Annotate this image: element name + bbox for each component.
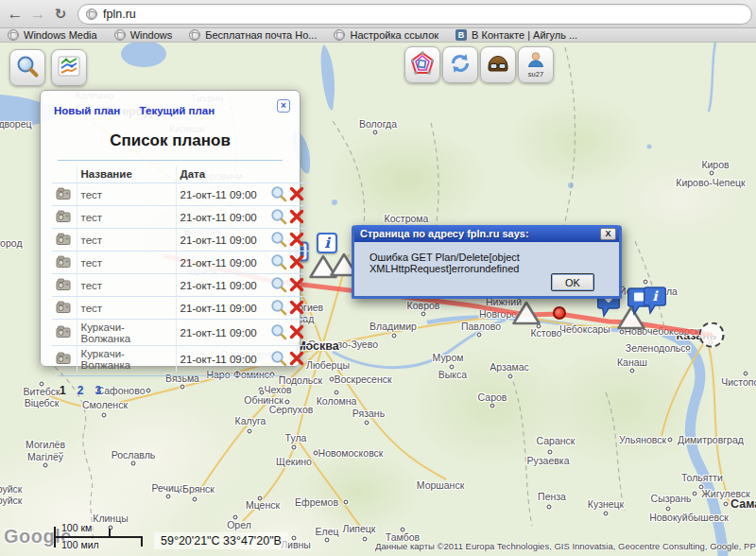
plan-row: Куркачи-Волжанка21-окт-11 09:00	[52, 320, 309, 346]
plan-date: 21-окт-11 09:00	[176, 183, 266, 206]
plan-name: тест	[77, 183, 176, 206]
plan-type-icon	[52, 229, 77, 252]
view-plan-magnifier-icon[interactable]	[270, 323, 287, 342]
page-link[interactable]: 2	[77, 384, 84, 397]
browser-toolbar: ← → ↻ fpln.ru	[0, 0, 756, 28]
plan-row: тест21-окт-11 09:00	[52, 274, 309, 297]
plans-title: Список планов	[41, 131, 300, 150]
delete-plan-icon[interactable]	[289, 232, 304, 249]
bookmark-label: В Контакте | Айгуль ...	[472, 29, 577, 41]
plan-row: тест21-окт-11 09:00	[52, 229, 309, 252]
alert-title: Страница по адресу fpln.ru says:	[360, 228, 600, 239]
end-circle-marker[interactable]	[699, 322, 725, 348]
bookmark-item[interactable]: Windows Media	[8, 29, 97, 41]
plan-name: тест	[77, 297, 176, 320]
pagination: 123	[60, 384, 300, 397]
delete-plan-icon[interactable]	[289, 186, 304, 203]
plan-row: тест21-окт-11 09:00	[52, 183, 309, 206]
bookmark-item[interactable]: Windows	[114, 29, 173, 41]
ok-button[interactable]: OK	[551, 273, 594, 291]
alert-close-icon[interactable]	[600, 228, 616, 240]
zones-button[interactable]	[404, 46, 440, 83]
view-plan-magnifier-icon[interactable]	[270, 231, 287, 250]
plan-type-icon	[52, 274, 77, 297]
red-dot-marker[interactable]	[553, 306, 566, 320]
plan-name: тест	[77, 206, 176, 229]
bookmarks-bar: Windows MediaWindowsБесплатная почта Но.…	[0, 28, 756, 43]
view-plan-magnifier-icon[interactable]	[270, 185, 287, 204]
delete-plan-icon[interactable]	[289, 324, 304, 341]
new-plan-link[interactable]: Новый план	[54, 105, 120, 116]
triangle-marker[interactable]	[512, 301, 541, 329]
site-favicon-icon	[86, 9, 97, 20]
view-plan-magnifier-icon[interactable]	[270, 276, 287, 295]
plan-name: тест	[77, 229, 176, 252]
plan-row: тест21-окт-11 09:00	[52, 206, 309, 229]
search-map-button[interactable]	[9, 49, 45, 86]
plan-type-icon	[52, 297, 77, 320]
username-label: su27	[528, 70, 543, 78]
plan-name: Куркачи-Волжанка	[77, 346, 176, 373]
plans-list-button[interactable]	[51, 49, 87, 86]
delete-plan-icon[interactable]	[289, 351, 304, 368]
balloon-i-marker[interactable]: i	[644, 286, 666, 319]
globe-favicon-icon	[334, 29, 345, 41]
view-plan-magnifier-icon[interactable]	[270, 350, 287, 369]
pilot-mode-button[interactable]	[480, 46, 516, 83]
back-button[interactable]: ←	[4, 2, 26, 26]
column-header-name: Название	[77, 166, 176, 183]
plans-table-body: тест21-окт-11 09:00тест21-окт-11 09:00те…	[52, 183, 309, 373]
plan-row: тест21-окт-11 09:00	[52, 252, 309, 274]
plan-row: Куркачи-Волжанка21-окт-11 09:00	[52, 346, 309, 373]
route-chart-icon	[57, 54, 81, 82]
view-plan-magnifier-icon[interactable]	[270, 299, 287, 318]
page-link[interactable]: 3	[94, 384, 101, 397]
page-current: 1	[60, 384, 66, 397]
column-header-date: Дата	[176, 166, 266, 183]
globe-favicon-icon	[8, 29, 19, 41]
reload-icon[interactable]: ↻	[49, 2, 72, 26]
delete-plan-icon[interactable]	[289, 209, 304, 226]
bookmark-item[interactable]: ВВ Контакте | Айгуль ...	[455, 29, 577, 41]
coordinates-readout: 59°20'21"С 33°47'20"В	[154, 532, 288, 549]
bookmark-label: Windows	[130, 29, 173, 41]
delete-plan-icon[interactable]	[289, 277, 304, 294]
plan-type-icon	[52, 346, 77, 373]
plan-date: 21-окт-11 09:00	[176, 252, 266, 274]
scale-miles-label: 100 мил	[61, 539, 99, 550]
plan-type-icon	[52, 183, 77, 206]
current-plan-link[interactable]: Текущий план	[140, 105, 215, 116]
delete-plan-icon[interactable]	[289, 254, 304, 271]
plan-name: тест	[77, 274, 176, 297]
magnifier-icon	[15, 54, 40, 82]
plans-header-row: Название Дата	[52, 166, 309, 183]
url-bar[interactable]: fpln.ru	[77, 4, 752, 25]
panel-close-icon[interactable]	[277, 99, 290, 113]
user-profile-button[interactable]: su27	[518, 46, 554, 83]
scale-km-label: 100 км	[61, 522, 92, 533]
bookmark-label: Бесплатная почта Но...	[205, 29, 317, 41]
plan-date: 21-окт-11 09:00	[176, 274, 266, 297]
plan-type-icon	[52, 206, 77, 229]
view-plan-magnifier-icon[interactable]	[270, 208, 287, 227]
divider	[58, 160, 283, 161]
plan-date: 21-окт-11 09:00	[176, 297, 266, 320]
plan-date: 21-окт-11 09:00	[176, 346, 266, 373]
helmet-icon	[486, 51, 510, 79]
delete-plan-icon[interactable]	[289, 300, 304, 317]
map-attribution: Данные карты ©2011 Europa Technologies, …	[375, 541, 756, 551]
info-square-marker[interactable]	[317, 233, 337, 253]
bookmark-label: Windows Media	[24, 29, 97, 41]
refresh-icon	[448, 51, 472, 79]
bookmark-item[interactable]: Настройка ссылок	[334, 29, 438, 41]
url-text: fpln.ru	[103, 8, 136, 21]
refresh-button[interactable]	[442, 46, 478, 83]
user-icon	[526, 52, 545, 71]
forward-button[interactable]: →	[26, 2, 49, 26]
plans-table: Название Дата тест21-окт-11 09:00тест21-…	[52, 166, 309, 372]
screen: ← → ↻ fpln.ru Windows MediaWindowsБеспла…	[0, 0, 756, 556]
alert-body: Ошибка GET Plan/Delete[object XMLHttpReq…	[354, 242, 619, 296]
bookmark-label: Настройка ссылок	[350, 29, 438, 41]
bookmark-item[interactable]: Бесплатная почта Но...	[189, 29, 317, 41]
view-plan-magnifier-icon[interactable]	[270, 253, 287, 272]
